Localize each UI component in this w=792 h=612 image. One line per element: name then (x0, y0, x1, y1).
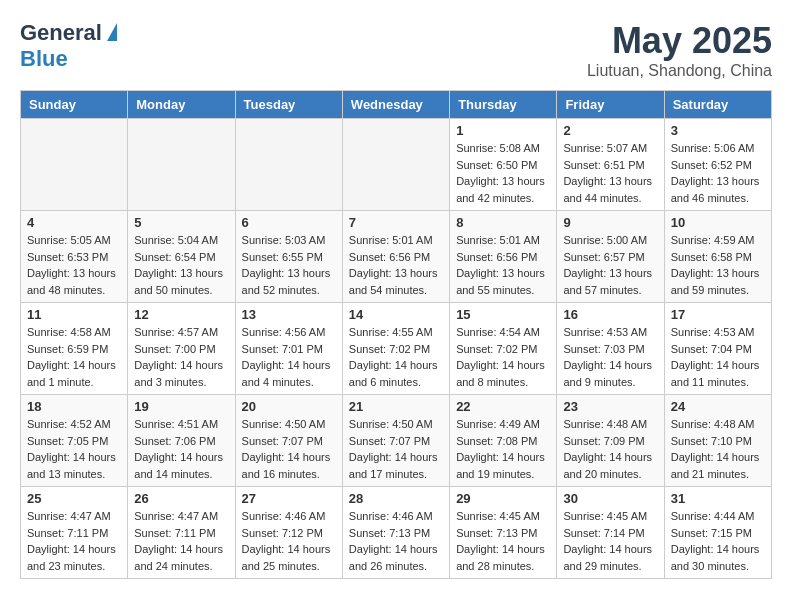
day-info: Sunrise: 4:48 AMSunset: 7:10 PMDaylight:… (671, 416, 765, 482)
calendar-cell: 14Sunrise: 4:55 AMSunset: 7:02 PMDayligh… (342, 303, 449, 395)
day-number: 12 (134, 307, 228, 322)
calendar-cell: 18Sunrise: 4:52 AMSunset: 7:05 PMDayligh… (21, 395, 128, 487)
calendar-cell: 16Sunrise: 4:53 AMSunset: 7:03 PMDayligh… (557, 303, 664, 395)
calendar-table: SundayMondayTuesdayWednesdayThursdayFrid… (20, 90, 772, 579)
day-info: Sunrise: 4:46 AMSunset: 7:13 PMDaylight:… (349, 508, 443, 574)
calendar-cell: 15Sunrise: 4:54 AMSunset: 7:02 PMDayligh… (450, 303, 557, 395)
day-info: Sunrise: 5:08 AMSunset: 6:50 PMDaylight:… (456, 140, 550, 206)
weekday-header-cell: Friday (557, 91, 664, 119)
weekday-header-cell: Saturday (664, 91, 771, 119)
logo-triangle-icon (107, 23, 117, 41)
day-number: 30 (563, 491, 657, 506)
day-info: Sunrise: 5:00 AMSunset: 6:57 PMDaylight:… (563, 232, 657, 298)
calendar-week-row: 11Sunrise: 4:58 AMSunset: 6:59 PMDayligh… (21, 303, 772, 395)
calendar-cell: 26Sunrise: 4:47 AMSunset: 7:11 PMDayligh… (128, 487, 235, 579)
day-info: Sunrise: 5:01 AMSunset: 6:56 PMDaylight:… (349, 232, 443, 298)
day-number: 28 (349, 491, 443, 506)
day-number: 8 (456, 215, 550, 230)
day-info: Sunrise: 4:46 AMSunset: 7:12 PMDaylight:… (242, 508, 336, 574)
weekday-header-cell: Wednesday (342, 91, 449, 119)
calendar-cell: 20Sunrise: 4:50 AMSunset: 7:07 PMDayligh… (235, 395, 342, 487)
calendar-cell: 21Sunrise: 4:50 AMSunset: 7:07 PMDayligh… (342, 395, 449, 487)
day-number: 15 (456, 307, 550, 322)
location: Liutuan, Shandong, China (587, 62, 772, 80)
day-number: 20 (242, 399, 336, 414)
calendar-cell: 25Sunrise: 4:47 AMSunset: 7:11 PMDayligh… (21, 487, 128, 579)
logo: General Blue (20, 20, 117, 72)
day-number: 27 (242, 491, 336, 506)
calendar-cell: 9Sunrise: 5:00 AMSunset: 6:57 PMDaylight… (557, 211, 664, 303)
day-number: 4 (27, 215, 121, 230)
title-block: May 2025 Liutuan, Shandong, China (587, 20, 772, 80)
day-info: Sunrise: 5:05 AMSunset: 6:53 PMDaylight:… (27, 232, 121, 298)
day-info: Sunrise: 4:52 AMSunset: 7:05 PMDaylight:… (27, 416, 121, 482)
calendar-cell (235, 119, 342, 211)
day-number: 25 (27, 491, 121, 506)
calendar-cell: 23Sunrise: 4:48 AMSunset: 7:09 PMDayligh… (557, 395, 664, 487)
day-number: 29 (456, 491, 550, 506)
calendar-cell: 13Sunrise: 4:56 AMSunset: 7:01 PMDayligh… (235, 303, 342, 395)
day-info: Sunrise: 5:01 AMSunset: 6:56 PMDaylight:… (456, 232, 550, 298)
day-number: 3 (671, 123, 765, 138)
calendar-cell: 3Sunrise: 5:06 AMSunset: 6:52 PMDaylight… (664, 119, 771, 211)
day-info: Sunrise: 5:03 AMSunset: 6:55 PMDaylight:… (242, 232, 336, 298)
weekday-header-cell: Tuesday (235, 91, 342, 119)
day-number: 26 (134, 491, 228, 506)
day-info: Sunrise: 4:48 AMSunset: 7:09 PMDaylight:… (563, 416, 657, 482)
day-info: Sunrise: 4:47 AMSunset: 7:11 PMDaylight:… (134, 508, 228, 574)
day-info: Sunrise: 4:53 AMSunset: 7:03 PMDaylight:… (563, 324, 657, 390)
day-number: 10 (671, 215, 765, 230)
calendar-cell: 5Sunrise: 5:04 AMSunset: 6:54 PMDaylight… (128, 211, 235, 303)
day-info: Sunrise: 4:59 AMSunset: 6:58 PMDaylight:… (671, 232, 765, 298)
calendar-cell: 17Sunrise: 4:53 AMSunset: 7:04 PMDayligh… (664, 303, 771, 395)
calendar-cell: 22Sunrise: 4:49 AMSunset: 7:08 PMDayligh… (450, 395, 557, 487)
day-info: Sunrise: 4:51 AMSunset: 7:06 PMDaylight:… (134, 416, 228, 482)
day-number: 14 (349, 307, 443, 322)
day-info: Sunrise: 4:45 AMSunset: 7:13 PMDaylight:… (456, 508, 550, 574)
day-number: 5 (134, 215, 228, 230)
calendar-cell: 27Sunrise: 4:46 AMSunset: 7:12 PMDayligh… (235, 487, 342, 579)
day-info: Sunrise: 4:44 AMSunset: 7:15 PMDaylight:… (671, 508, 765, 574)
day-info: Sunrise: 4:50 AMSunset: 7:07 PMDaylight:… (242, 416, 336, 482)
day-number: 11 (27, 307, 121, 322)
weekday-header-row: SundayMondayTuesdayWednesdayThursdayFrid… (21, 91, 772, 119)
calendar-body: 1Sunrise: 5:08 AMSunset: 6:50 PMDaylight… (21, 119, 772, 579)
calendar-cell: 4Sunrise: 5:05 AMSunset: 6:53 PMDaylight… (21, 211, 128, 303)
day-info: Sunrise: 4:56 AMSunset: 7:01 PMDaylight:… (242, 324, 336, 390)
calendar-cell: 10Sunrise: 4:59 AMSunset: 6:58 PMDayligh… (664, 211, 771, 303)
calendar-cell: 2Sunrise: 5:07 AMSunset: 6:51 PMDaylight… (557, 119, 664, 211)
calendar-cell: 24Sunrise: 4:48 AMSunset: 7:10 PMDayligh… (664, 395, 771, 487)
day-info: Sunrise: 4:47 AMSunset: 7:11 PMDaylight:… (27, 508, 121, 574)
day-number: 23 (563, 399, 657, 414)
day-number: 21 (349, 399, 443, 414)
day-info: Sunrise: 5:07 AMSunset: 6:51 PMDaylight:… (563, 140, 657, 206)
day-number: 1 (456, 123, 550, 138)
day-info: Sunrise: 5:04 AMSunset: 6:54 PMDaylight:… (134, 232, 228, 298)
calendar-cell: 1Sunrise: 5:08 AMSunset: 6:50 PMDaylight… (450, 119, 557, 211)
calendar-cell: 28Sunrise: 4:46 AMSunset: 7:13 PMDayligh… (342, 487, 449, 579)
day-number: 13 (242, 307, 336, 322)
day-number: 2 (563, 123, 657, 138)
calendar-cell: 30Sunrise: 4:45 AMSunset: 7:14 PMDayligh… (557, 487, 664, 579)
calendar-week-row: 4Sunrise: 5:05 AMSunset: 6:53 PMDaylight… (21, 211, 772, 303)
logo-blue-text: Blue (20, 46, 68, 72)
day-info: Sunrise: 4:53 AMSunset: 7:04 PMDaylight:… (671, 324, 765, 390)
day-info: Sunrise: 4:55 AMSunset: 7:02 PMDaylight:… (349, 324, 443, 390)
weekday-header-cell: Monday (128, 91, 235, 119)
day-info: Sunrise: 4:57 AMSunset: 7:00 PMDaylight:… (134, 324, 228, 390)
day-number: 16 (563, 307, 657, 322)
calendar-week-row: 1Sunrise: 5:08 AMSunset: 6:50 PMDaylight… (21, 119, 772, 211)
logo-general-text: General (20, 20, 102, 46)
page-header: General Blue May 2025 Liutuan, Shandong,… (20, 20, 772, 80)
day-info: Sunrise: 4:45 AMSunset: 7:14 PMDaylight:… (563, 508, 657, 574)
weekday-header-cell: Sunday (21, 91, 128, 119)
day-info: Sunrise: 4:49 AMSunset: 7:08 PMDaylight:… (456, 416, 550, 482)
day-info: Sunrise: 4:54 AMSunset: 7:02 PMDaylight:… (456, 324, 550, 390)
calendar-cell: 31Sunrise: 4:44 AMSunset: 7:15 PMDayligh… (664, 487, 771, 579)
calendar-cell: 29Sunrise: 4:45 AMSunset: 7:13 PMDayligh… (450, 487, 557, 579)
day-info: Sunrise: 4:50 AMSunset: 7:07 PMDaylight:… (349, 416, 443, 482)
calendar-cell (342, 119, 449, 211)
calendar-cell: 12Sunrise: 4:57 AMSunset: 7:00 PMDayligh… (128, 303, 235, 395)
day-number: 24 (671, 399, 765, 414)
day-number: 19 (134, 399, 228, 414)
